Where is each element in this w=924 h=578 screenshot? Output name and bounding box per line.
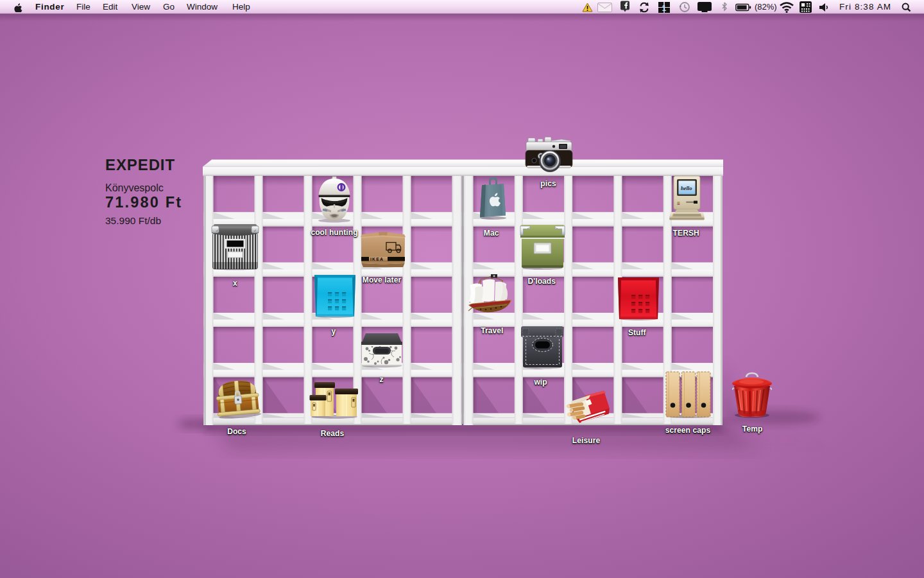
svg-text:IKEA: IKEA xyxy=(370,257,384,261)
svg-text:1: 1 xyxy=(662,3,667,12)
svg-text:hello: hello xyxy=(681,185,692,191)
